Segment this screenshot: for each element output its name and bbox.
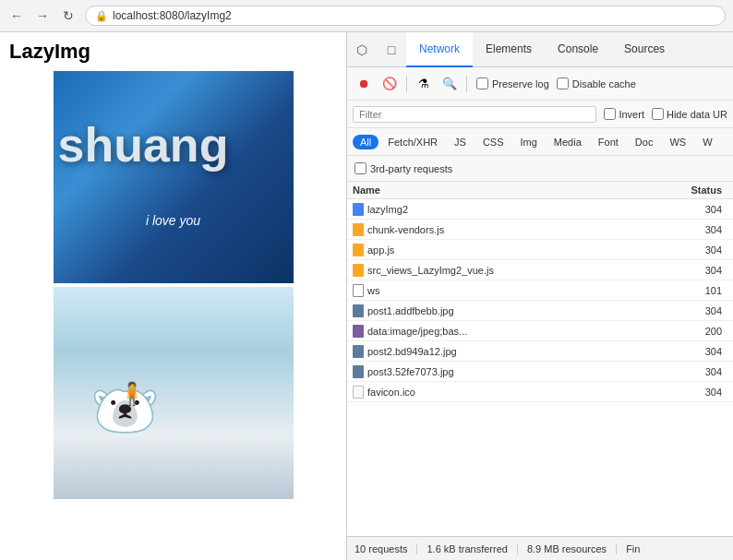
type-btn-w[interactable]: W: [695, 135, 719, 149]
type-btn-doc[interactable]: Doc: [628, 135, 661, 149]
row-status: 304: [681, 244, 727, 256]
js-icon: [353, 244, 364, 256]
clear-button[interactable]: 🚫: [379, 73, 401, 95]
table-row[interactable]: post1.addfbebb.jpg 304: [347, 301, 733, 321]
table-header: Name Status: [347, 182, 733, 199]
table-row[interactable]: app.js 304: [347, 240, 733, 260]
address-text: localhost:8080/lazyImg2: [113, 9, 232, 22]
invert-label: Invert: [619, 109, 644, 120]
filter-icon-btn[interactable]: ⚗: [413, 73, 435, 95]
row-name: app.js: [367, 244, 681, 256]
tab-console[interactable]: Console: [545, 32, 611, 67]
page-title: LazyImg: [0, 32, 346, 71]
type-filter-bar: All Fetch/XHR JS CSS Img Media Font Doc …: [347, 128, 733, 156]
img-icon: [353, 304, 364, 317]
row-status: 304: [681, 346, 727, 357]
js-icon: [353, 264, 364, 277]
transferred-size: 1.6 kB transferred: [417, 543, 517, 554]
devtools-toolbar: ⏺ 🚫 ⚗ 🔍 Preserve log Disable cache: [347, 67, 733, 101]
type-btn-media[interactable]: Media: [547, 135, 589, 149]
type-btn-css[interactable]: CSS: [475, 135, 511, 149]
image-1: shuang i love you: [54, 71, 294, 283]
row-name: chunk-vendors.js: [367, 224, 681, 235]
mobile-icon-btn[interactable]: □: [377, 32, 406, 67]
table-row[interactable]: post2.bd949a12.jpg 304: [347, 341, 733, 362]
search-icon-btn[interactable]: 🔍: [439, 73, 461, 95]
third-party-input[interactable]: [354, 162, 366, 174]
disable-cache-input[interactable]: [557, 77, 569, 89]
table-row[interactable]: src_views_LazyImg2_vue.js 304: [347, 260, 733, 280]
row-status: 304: [681, 224, 727, 235]
network-table[interactable]: Name Status lazyImg2 304 chunk-vendors.j…: [347, 182, 733, 536]
image1-text: shuang: [58, 117, 229, 173]
preserve-log-checkbox[interactable]: Preserve log: [476, 77, 549, 89]
row-name: post2.bd949a12.jpg: [367, 346, 681, 357]
table-row[interactable]: lazyImg2 304: [347, 199, 733, 220]
row-name: data:image/jpeg;bas...: [367, 326, 681, 337]
lock-icon: 🔒: [95, 10, 108, 22]
data-img-icon: [353, 325, 364, 338]
disable-cache-label: Disable cache: [572, 78, 636, 89]
doc-icon: [353, 203, 364, 216]
row-name: post1.addfbebb.jpg: [367, 305, 681, 316]
third-party-row: 3rd-party requests: [347, 156, 733, 182]
type-btn-font[interactable]: Font: [591, 135, 626, 149]
table-row[interactable]: data:image/jpeg;bas... 200: [347, 321, 733, 341]
toolbar-separator-2: [466, 76, 467, 92]
filter-input[interactable]: [353, 106, 596, 123]
resources-size: 8.9 MB resources: [518, 543, 617, 554]
table-row[interactable]: ws 101: [347, 280, 733, 301]
row-status: 304: [681, 204, 727, 215]
forward-button[interactable]: →: [33, 6, 52, 25]
image-2: 🐻‍❄️ 🧍: [54, 287, 294, 499]
main-area: LazyImg shuang i love you 🐻‍❄️ 🧍 ⬡ □ Net…: [0, 32, 733, 560]
devtools-panel: ⬡ □ Network Elements Console Sources ⏺ 🚫…: [346, 32, 733, 560]
third-party-checkbox[interactable]: 3rd-party requests: [354, 162, 452, 174]
tab-sources[interactable]: Sources: [611, 32, 678, 67]
tab-elements[interactable]: Elements: [473, 32, 545, 67]
address-bar[interactable]: 🔒 localhost:8080/lazyImg2: [85, 6, 726, 26]
rider-icon: 🧍: [118, 381, 146, 407]
hide-data-url-label: Hide data UR: [667, 109, 727, 120]
type-btn-js[interactable]: JS: [447, 135, 474, 149]
record-button[interactable]: ⏺: [353, 73, 375, 95]
favicon-icon: [353, 386, 364, 399]
ws-icon: [353, 284, 364, 297]
invert-input[interactable]: [604, 108, 616, 120]
finish-text: Fin: [617, 543, 649, 554]
row-name: lazyImg2: [367, 204, 681, 215]
hide-data-url-checkbox[interactable]: Hide data UR: [652, 108, 727, 120]
col-name-header: Name: [353, 185, 681, 196]
devtools-tabs: ⬡ □ Network Elements Console Sources: [347, 32, 733, 67]
row-status: 101: [681, 285, 727, 296]
type-btn-all[interactable]: All: [353, 135, 379, 149]
reload-button[interactable]: ↻: [59, 6, 78, 25]
preserve-log-label: Preserve log: [492, 78, 549, 89]
table-row[interactable]: chunk-vendors.js 304: [347, 220, 733, 240]
img-icon: [353, 365, 364, 378]
cursor-icon-btn[interactable]: ⬡: [347, 32, 377, 67]
row-status: 200: [681, 326, 727, 337]
col-status-header: Status: [681, 185, 727, 196]
row-name: post3.52fe7073.jpg: [367, 366, 681, 377]
back-button[interactable]: ←: [7, 6, 26, 25]
status-bar: 10 requests 1.6 kB transferred 8.9 MB re…: [347, 536, 733, 560]
row-status: 304: [681, 305, 727, 316]
tab-network[interactable]: Network: [406, 32, 473, 67]
row-name: src_views_LazyImg2_vue.js: [367, 265, 681, 276]
row-status: 304: [681, 366, 727, 377]
image1-sub: i love you: [146, 213, 200, 228]
hide-data-url-input[interactable]: [652, 108, 664, 120]
invert-checkbox[interactable]: Invert: [604, 108, 644, 120]
disable-cache-checkbox[interactable]: Disable cache: [557, 77, 636, 89]
requests-count: 10 requests: [354, 543, 417, 554]
type-btn-fetch-xhr[interactable]: Fetch/XHR: [380, 135, 445, 149]
preserve-log-input[interactable]: [476, 77, 488, 89]
filter-row: Invert Hide data UR: [347, 101, 733, 128]
row-status: 304: [681, 387, 727, 398]
type-btn-img[interactable]: Img: [513, 135, 545, 149]
table-row[interactable]: post3.52fe7073.jpg 304: [347, 362, 733, 382]
table-row[interactable]: favicon.ico 304: [347, 382, 733, 402]
type-btn-ws[interactable]: WS: [662, 135, 693, 149]
browser-chrome: ← → ↻ 🔒 localhost:8080/lazyImg2: [0, 0, 733, 32]
